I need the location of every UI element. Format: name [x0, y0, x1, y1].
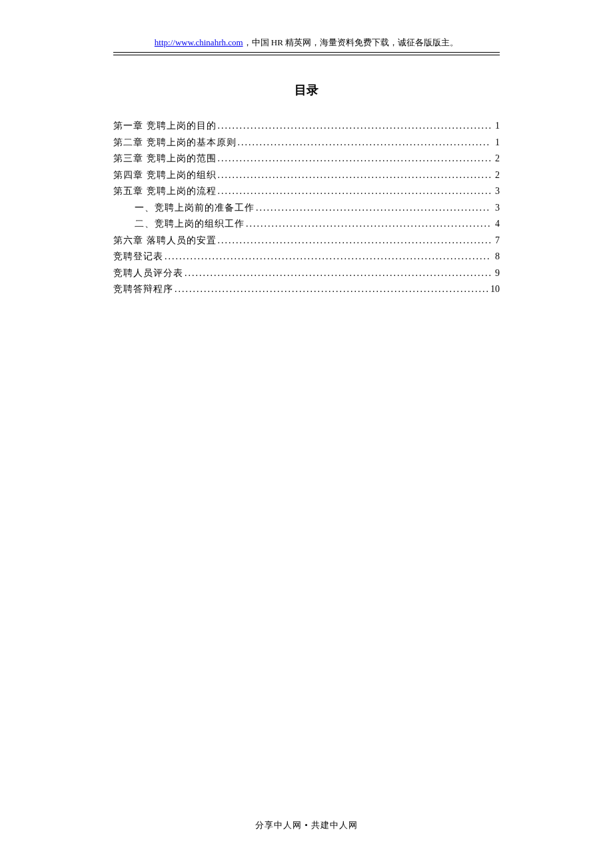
toc-page-number: 2: [490, 167, 500, 184]
toc-page-number: 3: [490, 200, 500, 217]
toc-entry[interactable]: 竞聘登记表 8: [113, 249, 500, 265]
toc-page-number: 8: [490, 249, 500, 265]
toc-entry[interactable]: 一、竞聘上岗前的准备工作 3: [113, 200, 500, 217]
toc-leader: [217, 118, 491, 135]
toc-leader: [217, 167, 491, 184]
toc-entry[interactable]: 第二章 竞聘上岗的基本原则 1: [113, 135, 500, 151]
page-header: http://www.chinahrh.com，中国 HR 精英网，海量资料免费…: [113, 37, 500, 53]
table-of-contents: 第一章 竞聘上岗的目的 1 第二章 竞聘上岗的基本原则 1 第三章 竞聘上岗的范…: [113, 118, 500, 298]
toc-label: 竞聘登记表: [113, 249, 163, 265]
toc-label: 二、竞聘上岗的组织工作: [135, 216, 245, 233]
toc-page-number: 7: [490, 233, 500, 249]
toc-label: 第三章 竞聘上岗的范围: [113, 151, 217, 167]
toc-page-number: 3: [490, 183, 500, 200]
toc-page-number: 2: [490, 151, 500, 167]
page-footer: 分享中人网 • 共建中人网: [0, 819, 613, 831]
toc-leader: [237, 135, 491, 151]
toc-leader: [245, 216, 490, 233]
toc-entry[interactable]: 第六章 落聘人员的安置 7: [113, 233, 500, 249]
toc-leader: [255, 200, 490, 217]
toc-label: 第四章 竞聘上岗的组织: [113, 167, 217, 184]
toc-entry[interactable]: 竞聘答辩程序 10: [113, 281, 500, 298]
toc-entry[interactable]: 竞聘人员评分表 9: [113, 265, 500, 282]
toc-label: 一、竞聘上岗前的准备工作: [135, 200, 255, 217]
header-divider: [113, 55, 500, 55]
toc-leader: [217, 233, 491, 249]
header-text: ，中国 HR 精英网，海量资料免费下载，诚征各版版主。: [243, 37, 459, 47]
toc-label: 竞聘答辩程序: [113, 281, 173, 298]
toc-page-number: 9: [490, 265, 500, 282]
toc-leader: [163, 249, 490, 265]
toc-label: 第五章 竞聘上岗的流程: [113, 183, 217, 200]
toc-page-number: 4: [490, 216, 500, 233]
toc-label: 第一章 竞聘上岗的目的: [113, 118, 217, 135]
toc-label: 第六章 落聘人员的安置: [113, 233, 217, 249]
toc-leader: [183, 265, 490, 282]
document-title: 目录: [113, 82, 500, 98]
toc-entry[interactable]: 第五章 竞聘上岗的流程 3: [113, 183, 500, 200]
toc-page-number: 1: [490, 118, 500, 135]
toc-page-number: 1: [490, 135, 500, 151]
toc-entry[interactable]: 第四章 竞聘上岗的组织 2: [113, 167, 500, 184]
toc-leader: [173, 281, 490, 298]
header-link[interactable]: http://www.chinahrh.com: [155, 37, 243, 47]
toc-leader: [217, 183, 491, 200]
toc-entry[interactable]: 第一章 竞聘上岗的目的 1: [113, 118, 500, 135]
toc-leader: [217, 151, 491, 167]
toc-page-number: 10: [490, 281, 500, 298]
page-container: http://www.chinahrh.com，中国 HR 精英网，海量资料免费…: [0, 0, 613, 868]
toc-label: 第二章 竞聘上岗的基本原则: [113, 135, 237, 151]
toc-entry[interactable]: 二、竞聘上岗的组织工作 4: [113, 216, 500, 233]
toc-label: 竞聘人员评分表: [113, 265, 183, 282]
toc-entry[interactable]: 第三章 竞聘上岗的范围 2: [113, 151, 500, 167]
